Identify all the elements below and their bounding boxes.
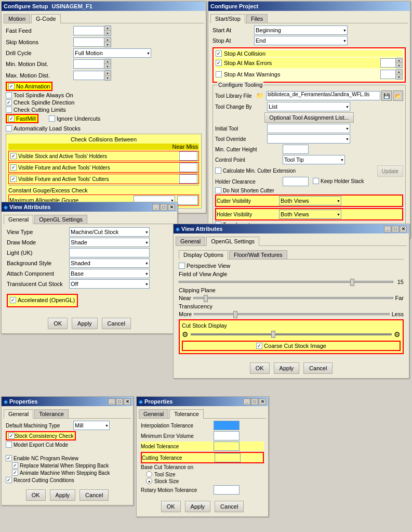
min-motion-down[interactable]: ▼: [104, 64, 111, 69]
rotary-tol-input[interactable]: 1: [214, 485, 240, 495]
fov-slider-track[interactable]: [179, 281, 393, 283]
prop-left-tab-tolerance[interactable]: Tolerance: [34, 409, 69, 418]
skip-motions-down[interactable]: ▼: [104, 42, 111, 47]
machining-type-wrapper[interactable]: Mill: [73, 421, 110, 430]
collision-val-2[interactable]: 3: [179, 163, 197, 172]
max-warnings-up[interactable]: ▲: [396, 70, 402, 74]
coarse-cut-cb[interactable]: [256, 343, 262, 349]
tool-override-select[interactable]: [267, 134, 350, 144]
view-type-select[interactable]: Machine/Cut Stock: [69, 227, 150, 237]
animate-machine-cb[interactable]: [12, 470, 18, 476]
collision-cb-1[interactable]: [10, 153, 17, 159]
perspective-view-cb[interactable]: [179, 263, 185, 269]
record-cutting-cb[interactable]: [6, 477, 12, 483]
holder-visibility-wrapper[interactable]: Both Views: [279, 210, 341, 219]
prop-left-close[interactable]: ✕: [124, 398, 131, 405]
va-right-ok-btn[interactable]: OK: [250, 362, 270, 374]
skip-motions-input[interactable]: 0: [73, 37, 104, 47]
initial-tool-select[interactable]: [267, 124, 350, 133]
start-at-select[interactable]: Beginning: [254, 25, 348, 35]
fastmill-checkbox[interactable]: [8, 115, 15, 122]
max-warnings-down[interactable]: ▼: [396, 74, 402, 79]
drill-cycle-select-wrapper[interactable]: Full Motion: [73, 48, 151, 58]
control-point-select[interactable]: Tool Tip: [283, 155, 345, 164]
max-motion-spin[interactable]: 200 ▲ ▼: [73, 70, 111, 81]
tool-override-wrapper[interactable]: [267, 134, 350, 144]
skip-motions-up[interactable]: ▲: [104, 37, 111, 42]
va-right-sub-floor[interactable]: Floor/Wall Textures: [229, 250, 287, 259]
va-right-minimize[interactable]: _: [384, 226, 391, 232]
stop-max-warnings-cb[interactable]: [216, 71, 222, 77]
clipping-slider-thumb[interactable]: [204, 295, 208, 302]
va-left-ok-btn[interactable]: OK: [48, 318, 68, 329]
va-left-close[interactable]: ✕: [168, 204, 175, 211]
fast-feed-down[interactable]: ▼: [104, 31, 111, 35]
min-motion-spin[interactable]: 1 ▲ ▼: [73, 59, 111, 69]
prop-right-cancel-btn[interactable]: Cancel: [215, 501, 244, 512]
ignore-undercuts-checkbox[interactable]: [49, 115, 55, 122]
prop-right-tab-general[interactable]: General: [139, 409, 168, 418]
update-btn[interactable]: Update: [377, 165, 403, 177]
collision-cb-3[interactable]: [10, 176, 17, 182]
min-cutter-input[interactable]: 0: [283, 145, 309, 154]
collision-val-3[interactable]: 3: [179, 174, 197, 184]
nc-review-cb[interactable]: [6, 455, 12, 461]
va-right-tab-general[interactable]: General: [176, 237, 205, 245]
prop-right-ok-btn[interactable]: OK: [161, 501, 181, 512]
fast-feed-up[interactable]: ▲: [104, 26, 111, 31]
model-tol-input[interactable]: 0,5: [214, 442, 240, 451]
tab-gcode[interactable]: G-Code: [31, 14, 61, 23]
stop-max-errors-spin[interactable]: 1 ▲ ▼: [380, 58, 403, 68]
tool-change-wrapper[interactable]: List: [267, 102, 350, 111]
prop-right-close[interactable]: ✕: [259, 398, 266, 405]
va-right-tab-opengl[interactable]: OpenGL Settings: [206, 237, 259, 246]
tool-library-save-btn[interactable]: 💾: [381, 90, 392, 101]
cutter-visibility-select[interactable]: Both Views: [279, 196, 341, 205]
attach-select[interactable]: Base: [69, 269, 150, 278]
light-input[interactable]: 0 0 1: [69, 248, 150, 257]
tool-size-radio[interactable]: [146, 471, 152, 477]
clipping-slider-track[interactable]: [193, 297, 393, 299]
max-motion-up[interactable]: ▲: [104, 71, 111, 75]
prop-left-apply-btn[interactable]: Apply: [50, 489, 76, 501]
cs-slider-thumb[interactable]: [271, 331, 275, 338]
min-motion-up[interactable]: ▲: [104, 59, 111, 64]
holder-clearance-input[interactable]: 0: [283, 177, 309, 186]
accel-opengl-cb[interactable]: [10, 297, 16, 303]
va-left-apply-btn[interactable]: Apply: [72, 318, 98, 329]
min-motion-input[interactable]: 1: [73, 59, 104, 69]
replace-material-cb[interactable]: [12, 462, 18, 469]
prop-left-ok-btn[interactable]: OK: [26, 489, 46, 501]
bg-style-select[interactable]: Shaded: [69, 258, 150, 268]
draw-mode-select[interactable]: Shade: [69, 238, 150, 247]
tool-library-open-btn[interactable]: 📂: [393, 90, 403, 101]
keep-holder-cb[interactable]: [313, 178, 319, 184]
attach-wrapper[interactable]: Base: [69, 269, 150, 278]
prop-right-minimize[interactable]: _: [243, 398, 250, 405]
do-not-shorten-cb[interactable]: [215, 187, 221, 193]
stop-max-errors-cb[interactable]: [216, 60, 222, 66]
initial-tool-wrapper[interactable]: [267, 124, 350, 133]
cutter-visibility-wrapper[interactable]: Both Views: [279, 196, 341, 205]
max-motion-down[interactable]: ▼: [104, 75, 111, 80]
control-point-wrapper[interactable]: Tool Tip: [283, 155, 345, 164]
va-right-maximize[interactable]: □: [392, 226, 399, 232]
stop-at-select[interactable]: End: [254, 36, 348, 45]
stock-size-radio[interactable]: ●: [146, 478, 152, 484]
model-export-cb[interactable]: [6, 442, 12, 448]
max-errors-down[interactable]: ▼: [396, 63, 402, 68]
prop-right-tab-tolerance[interactable]: Tolerance: [169, 409, 204, 419]
fast-feed-input[interactable]: 15000: [73, 26, 104, 35]
va-left-tab-opengl[interactable]: OpenGL Settings: [34, 215, 87, 224]
check-spindle-checkbox[interactable]: [6, 99, 12, 106]
machining-type-select[interactable]: Mill: [73, 421, 110, 430]
prop-left-maximize[interactable]: □: [116, 398, 123, 405]
auto-load-checkbox[interactable]: [6, 125, 12, 132]
interp-tol-input[interactable]: 0,1: [214, 421, 240, 430]
skip-motions-spin[interactable]: 0 ▲ ▼: [73, 37, 111, 47]
prop-left-cancel-btn[interactable]: Cancel: [79, 489, 109, 501]
cutting-tol-input[interactable]: 0,5: [215, 453, 241, 462]
draw-mode-wrapper[interactable]: Shade: [69, 238, 150, 247]
va-right-sub-display[interactable]: Display Options: [179, 250, 228, 259]
calc-min-cb[interactable]: [215, 167, 221, 174]
